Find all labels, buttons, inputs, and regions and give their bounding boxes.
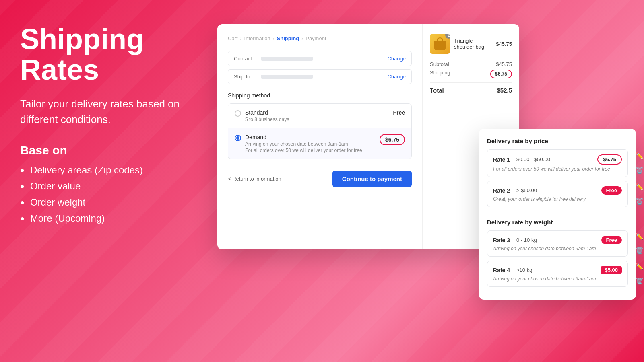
shipping-option-standard[interactable]: Standard 5 to 8 business days Free: [228, 104, 411, 128]
rate2-range: > $50.00: [516, 187, 537, 193]
radio-demand[interactable]: [235, 135, 241, 141]
breadcrumb-sep: ›: [240, 36, 242, 41]
rate2-actions: ✏️ 🗑️: [634, 181, 644, 208]
shipping-option-demand[interactable]: Demand Arriving on your chosen date betw…: [228, 128, 411, 159]
option-details-demand: Demand Arriving on your chosen date betw…: [245, 134, 362, 153]
subtotal-value: $45.75: [496, 61, 512, 67]
shipping-options: Standard 5 to 8 business days Free Deman…: [228, 103, 412, 159]
checkout-footer: Return to information Continue to paymen…: [228, 171, 412, 187]
option-desc1-demand: Arriving on your chosen date between 9am…: [245, 141, 362, 147]
rate-item-3-header: Rate 3 0 - 10 kg Free: [493, 236, 622, 244]
ship-to-row-left: Ship to: [234, 74, 313, 80]
rate4-delete-button[interactable]: 🗑️: [634, 275, 644, 287]
rate-section2-title: Delivery rate by weight: [487, 219, 628, 226]
rate1-price: $6.75: [597, 154, 622, 165]
rate-item-4-header: Rate 4 >10 kg $5.00: [493, 266, 622, 274]
contact-change[interactable]: Change: [387, 56, 406, 62]
total-line: Total $52.5: [430, 82, 512, 94]
rate-item-2-wrapper: Rate 2 > $50.00 Free Great, your order i…: [487, 181, 628, 207]
shipping-label: Shipping: [430, 70, 450, 78]
rate3-name: Rate 3: [493, 237, 510, 243]
bullet-item: Delivery areas (Zip codes): [20, 165, 197, 176]
rate2-delete-button[interactable]: 🗑️: [634, 195, 644, 208]
option-left-standard: Standard 5 to 8 business days: [235, 109, 289, 122]
breadcrumb-payment: Payment: [305, 35, 326, 41]
rate2-price: Free: [601, 186, 622, 195]
shipping-method-title: Shipping method: [228, 92, 412, 99]
rate-item-1-header: Rate 1 $0.00 - $50.00 $6.75: [493, 154, 622, 165]
breadcrumb-sep2: ›: [273, 36, 275, 41]
rate4-edit-button[interactable]: ✏️: [634, 261, 644, 273]
rate3-actions: ✏️ 🗑️: [634, 230, 644, 257]
rate2-desc: Great, your order is eligible for free d…: [493, 196, 622, 202]
rate-item-4-wrapper: Rate 4 >10 kg $5.00 Arriving on your cho…: [487, 261, 628, 287]
back-link[interactable]: Return to information: [228, 176, 281, 182]
rate3-desc: Arriving on your chosen date between 9am…: [493, 246, 622, 251]
rate-item-2-header: Rate 2 > $50.00 Free: [493, 186, 622, 195]
option-desc-standard: 5 to 8 business days: [245, 117, 289, 122]
option-price-demand: $6.75: [380, 134, 405, 145]
subtotal-label: Subtotal: [430, 61, 449, 67]
contact-row: Contact Change: [228, 51, 412, 66]
checkout-card: Cart › Information › Shipping › Payment …: [217, 24, 519, 249]
bullet-item: More (Upcoming): [20, 213, 197, 224]
ship-to-bar: [261, 75, 313, 79]
option-name-demand: Demand: [245, 134, 362, 140]
rate4-actions: ✏️ 🗑️: [634, 261, 644, 287]
bullet-item: Order weight: [20, 197, 197, 208]
checkout-form: Cart › Information › Shipping › Payment …: [217, 24, 423, 249]
product-image: 1: [430, 34, 450, 54]
breadcrumb-information[interactable]: Information: [244, 35, 270, 41]
rate-card: Delivery rate by price Rate 1 $0.00 - $5…: [479, 129, 636, 300]
shipping-line: Shipping $6.75: [430, 70, 512, 78]
continue-button[interactable]: Continue to payment: [332, 171, 412, 187]
contact-row-left: Contact: [234, 56, 313, 62]
breadcrumb-shipping[interactable]: Shipping: [277, 35, 299, 41]
rate-item-3-wrapper: Rate 3 0 - 10 kg Free Arriving on your c…: [487, 230, 628, 257]
subtitle: Tailor your delivery rates based on diff…: [20, 96, 197, 128]
rate3-range: 0 - 10 kg: [516, 237, 537, 243]
rate1-edit-button[interactable]: ✏️: [634, 150, 644, 162]
rate1-actions: ✏️ 🗑️: [634, 150, 644, 177]
rate1-range: $0.00 - $50.00: [516, 156, 550, 162]
bullet-list: Delivery areas (Zip codes) Order value O…: [20, 165, 197, 224]
ship-to-change[interactable]: Change: [387, 74, 406, 80]
rate1-name: Rate 1: [493, 156, 510, 163]
rate-item-4: Rate 4 >10 kg $5.00 Arriving on your cho…: [487, 261, 628, 287]
total-label: Total: [430, 87, 444, 94]
base-on-title: Base on: [20, 144, 197, 157]
rate-item-1: Rate 1 $0.00 - $50.00 $6.75 For all orde…: [487, 149, 628, 177]
product-price: $45.75: [496, 41, 512, 47]
radio-standard[interactable]: [235, 110, 241, 117]
contact-label: Contact: [234, 56, 256, 62]
rate-section1-title: Delivery rate by price: [487, 138, 628, 144]
title-line1: Shipping: [20, 23, 144, 55]
rate3-delete-button[interactable]: 🗑️: [634, 245, 644, 257]
ship-to-label: Ship to: [234, 74, 256, 80]
rate4-price: $5.00: [601, 266, 622, 274]
option-name-standard: Standard: [245, 109, 289, 116]
total-value: $52.5: [497, 87, 512, 94]
ship-to-row: Ship to Change: [228, 69, 412, 84]
subtotal-line: Subtotal $45.75: [430, 61, 512, 67]
rate1-delete-button[interactable]: 🗑️: [634, 165, 644, 177]
rate2-edit-button[interactable]: ✏️: [634, 181, 644, 193]
breadcrumb-cart[interactable]: Cart: [228, 35, 238, 41]
option-left-demand: Demand Arriving on your chosen date betw…: [235, 134, 362, 153]
product-row: 1 Triangle shoulder bag $45.75: [430, 34, 512, 54]
rate-item-1-wrapper: Rate 1 $0.00 - $50.00 $6.75 For all orde…: [487, 149, 628, 177]
option-price-standard: Free: [393, 109, 405, 116]
title-line2: Rates: [20, 53, 99, 86]
rate4-range: >10 kg: [516, 267, 532, 273]
rate3-edit-button[interactable]: ✏️: [634, 230, 644, 243]
rate2-name: Rate 2: [493, 187, 510, 194]
section-separator: [487, 213, 628, 213]
rate-item-2: Rate 2 > $50.00 Free Great, your order i…: [487, 181, 628, 207]
rate4-name: Rate 4: [493, 267, 510, 274]
bullet-item: Order value: [20, 181, 197, 192]
breadcrumb-sep3: ›: [301, 36, 303, 41]
product-name: Triangle shoulder bag: [454, 38, 492, 50]
left-panel: Shipping Rates Tailor your delivery rate…: [20, 24, 197, 229]
rate4-desc: Arriving on your chosen date between 9am…: [493, 276, 622, 282]
shipping-value: $6.75: [490, 70, 512, 78]
